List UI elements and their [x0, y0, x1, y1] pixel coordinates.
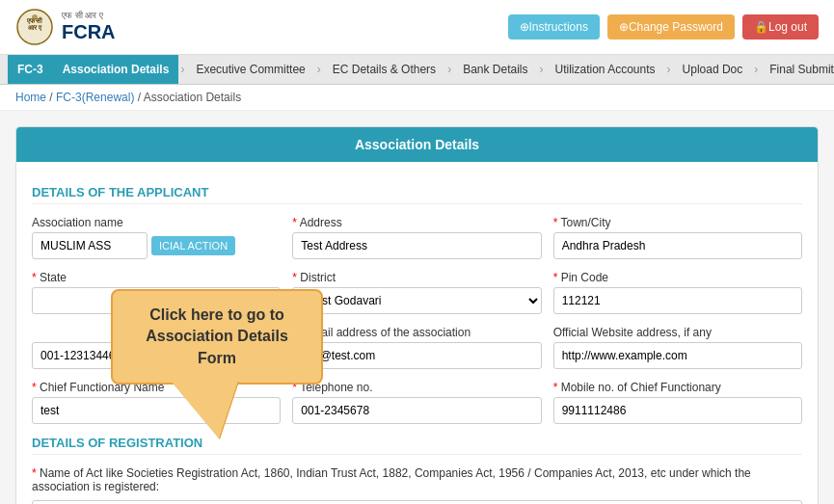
- tab-association-details[interactable]: Association Details: [53, 55, 179, 84]
- tab-bank-details[interactable]: Bank Details: [453, 55, 537, 84]
- tab-ec-details-others[interactable]: EC Details & Others: [323, 55, 445, 84]
- mobile-input[interactable]: [553, 397, 802, 424]
- breadcrumb-fc3[interactable]: FC-3(Renewal): [56, 91, 134, 104]
- website-group: Official Website address, if any: [553, 326, 802, 369]
- tab-final-submit[interactable]: Final Submit: [760, 55, 834, 84]
- applicant-section-title: DETAILS OF THE APPLICANT: [32, 185, 802, 204]
- form-row-1: Association name ICIAL ACTION * Address: [32, 216, 802, 259]
- main-content: Click here to go to Association Details …: [0, 111, 834, 504]
- logo-title: FCRA: [62, 21, 116, 43]
- association-name-input-wrapper: ICIAL ACTION: [32, 232, 281, 259]
- website-label: Official Website address, if any: [553, 326, 802, 339]
- nav-tabs: FC-3 Association Details › Executive Com…: [0, 55, 834, 85]
- telephone-input[interactable]: [292, 397, 541, 424]
- logo-text-group: एफ सी आर ए FCRA: [62, 11, 116, 43]
- email-label: * E-mail address of the association: [292, 326, 541, 339]
- chief-functionary-input[interactable]: [32, 397, 281, 424]
- mobile-group: * Mobile no. of Chief Functionary: [553, 381, 802, 424]
- tooltip-overlay: Click here to go to Association Details …: [111, 289, 323, 385]
- tab-executive-committee[interactable]: Executive Committee: [186, 55, 314, 84]
- state-label: * State: [32, 271, 281, 284]
- act-select[interactable]: Others Societies Registration Act 1860 I…: [32, 500, 802, 504]
- svg-point-3: [32, 14, 38, 20]
- form-row-4: * Chief Functionary Name * Telephone no.…: [32, 381, 802, 424]
- email-group: * E-mail address of the association: [292, 326, 541, 369]
- logout-button[interactable]: 🔒Log out: [742, 14, 819, 40]
- logo-subtitle: एफ सी आर ए: [62, 11, 116, 21]
- icial-action-button[interactable]: ICIAL ACTION: [151, 236, 235, 255]
- address-group: * Address: [292, 216, 541, 259]
- svg-text:आर ए: आर ए: [28, 24, 42, 31]
- chief-functionary-group: * Chief Functionary Name: [32, 381, 281, 424]
- town-city-group: * Town/City: [553, 216, 802, 259]
- tooltip-text: Click here to go to Association Details …: [146, 306, 288, 366]
- tab-upload-doc[interactable]: Upload Doc: [673, 55, 753, 84]
- telephone-group: * Telephone no.: [292, 381, 541, 424]
- tab-utilization-accounts[interactable]: Utilization Accounts: [546, 55, 665, 84]
- email-input[interactable]: [292, 342, 541, 369]
- district-select[interactable]: West Godavari: [292, 287, 541, 314]
- header-buttons: ⊕Instructions ⊕Change Password 🔒Log out: [508, 14, 819, 40]
- registration-section-title: DETAILS OF REGISTRATION: [32, 436, 802, 455]
- pin-code-group: * Pin Code: [553, 271, 802, 314]
- fcra-emblem: एफ सी आर ए: [15, 8, 54, 46]
- address-input[interactable]: [292, 232, 541, 259]
- instructions-button[interactable]: ⊕Instructions: [508, 14, 600, 40]
- change-password-button[interactable]: ⊕Change Password: [607, 14, 735, 40]
- act-group: * Name of Act like Societies Registratio…: [32, 466, 802, 504]
- breadcrumb-home[interactable]: Home: [15, 91, 46, 104]
- website-input[interactable]: [553, 342, 802, 369]
- district-label: * District: [292, 271, 541, 284]
- breadcrumb-current: Association Details: [144, 91, 241, 104]
- district-group: * District West Godavari: [292, 271, 541, 314]
- tooltip-arrow: [171, 381, 238, 438]
- form-panel-header: Association Details: [16, 127, 818, 162]
- association-name-input[interactable]: [32, 232, 148, 259]
- header: एफ सी आर ए एफ सी आर ए FCRA ⊕Instructions…: [0, 0, 834, 55]
- tooltip-box: Click here to go to Association Details …: [111, 289, 323, 385]
- telephone-label: * Telephone no.: [292, 381, 541, 394]
- pin-code-label: * Pin Code: [553, 271, 802, 284]
- fc3-label: FC-3: [8, 55, 53, 84]
- act-label: * Name of Act like Societies Registratio…: [32, 466, 802, 493]
- town-city-label: * Town/City: [553, 216, 802, 229]
- mobile-label: * Mobile no. of Chief Functionary: [553, 381, 802, 394]
- town-city-input[interactable]: [553, 232, 802, 259]
- association-name-label: Association name: [32, 216, 281, 229]
- pin-code-input[interactable]: [553, 287, 802, 314]
- address-label: * Address: [292, 216, 541, 229]
- breadcrumb: Home / FC-3(Renewal) / Association Detai…: [0, 85, 834, 111]
- association-name-group: Association name ICIAL ACTION: [32, 216, 281, 259]
- logo-area: एफ सी आर ए एफ सी आर ए FCRA: [15, 8, 116, 46]
